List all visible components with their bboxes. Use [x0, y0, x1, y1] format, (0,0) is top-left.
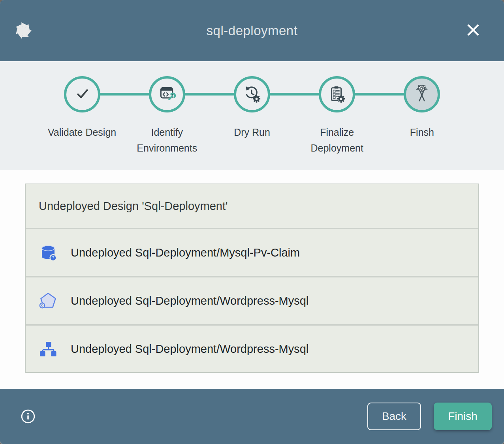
pentagon-icon [39, 291, 58, 310]
hierarchy-icon [39, 339, 58, 358]
step-finish: Finsh [380, 61, 465, 170]
svg-text:?: ? [52, 256, 55, 260]
list-item-text: Undeployed Sql-Deployment/Mysql-Pv-Claim [71, 246, 300, 259]
step-finalize-deployment: Finalize Deployment [295, 61, 380, 170]
results-list: Undeployed Design 'Sql-Deployment' ? Und… [25, 184, 479, 373]
step-circle [319, 76, 355, 112]
info-icon[interactable] [20, 408, 36, 424]
list-item-text: Undeployed Sql-Deployment/Wordpress-Mysq… [71, 343, 308, 356]
list-item: Undeployed Sql-Deployment/Wordpress-Mysq… [26, 276, 478, 324]
step-dry-run: Dry Run [209, 61, 294, 170]
dialog-header: sql-deployment [0, 0, 504, 61]
clipboard-gear-icon [328, 84, 346, 104]
deployment-wizard-dialog: sql-deployment Validate Design [0, 0, 504, 444]
results-header-row: Undeployed Design 'Sql-Deployment' [26, 184, 478, 228]
step-validate-design: Validate Design [39, 61, 124, 170]
step-circle [234, 76, 270, 112]
code-wrench-icon [158, 85, 176, 104]
check-icon [73, 84, 91, 104]
list-item-text: Undeployed Sql-Deployment/Wordpress-Mysq… [71, 294, 308, 307]
database-icon: ? [39, 243, 58, 262]
back-button[interactable]: Back [367, 403, 421, 430]
list-item: ? Undeployed Sql-Deployment/Mysql-Pv-Cla… [26, 228, 478, 276]
results-header-text: Undeployed Design 'Sql-Deployment' [39, 200, 228, 213]
finish-flags-icon [412, 84, 432, 105]
dialog-title: sql-deployment [207, 23, 298, 38]
close-icon[interactable] [465, 22, 481, 39]
step-label: Validate Design [48, 124, 116, 140]
step-circle-active [404, 76, 440, 112]
rerun-gear-icon [243, 84, 261, 104]
step-label: Dry Run [234, 124, 270, 140]
wizard-stepper: Validate Design Identify Environments [0, 61, 504, 170]
results-panel: Undeployed Design 'Sql-Deployment' ? Und… [0, 170, 504, 389]
step-label: Finalize Deployment [299, 124, 376, 156]
list-item: Undeployed Sql-Deployment/Wordpress-Mysq… [26, 324, 478, 372]
step-label: Finsh [410, 124, 434, 140]
step-label: Identify Environments [128, 124, 205, 156]
finish-button[interactable]: Finish [434, 403, 492, 430]
step-circle [149, 76, 185, 112]
step-identify-environments: Identify Environments [124, 61, 209, 170]
step-circle [64, 76, 100, 112]
dialog-footer: Back Finish [0, 389, 504, 444]
meshery-logo-icon [13, 20, 34, 41]
